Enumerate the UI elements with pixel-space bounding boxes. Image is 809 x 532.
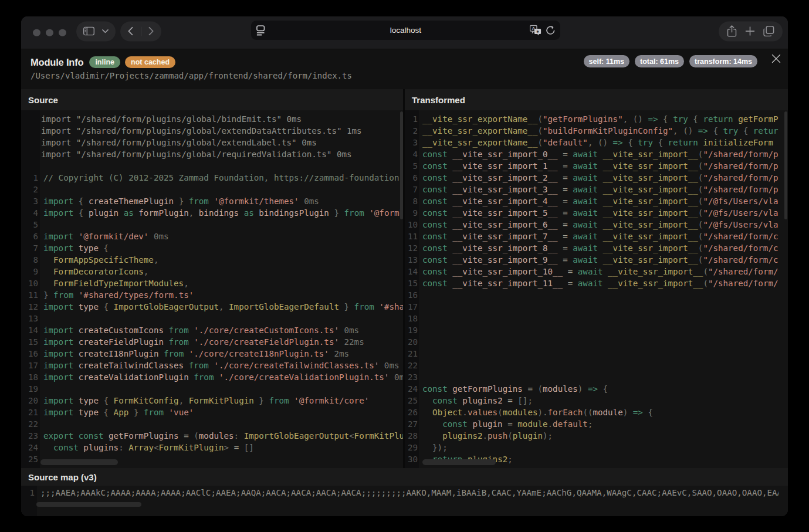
line-number: 3 [405, 137, 419, 148]
transformed-horizontal-scrollbar[interactable] [422, 459, 496, 465]
code-line: 7const __vite_ssr_import_3__ = await __v… [405, 184, 788, 195]
sourcemap-horizontal-scrollbar[interactable] [36, 502, 141, 507]
line-number: 6 [21, 231, 40, 242]
line-content: import "/shared/form/plugins/global/bind… [40, 113, 403, 125]
line-number: 30 [405, 453, 419, 465]
sourcemap-code-view[interactable]: 1;;;AAEA;AAAkC;AAAA;AAAA;AAAA;AAClC;AAEA… [21, 486, 788, 516]
line-number: 17 [405, 301, 419, 313]
code-line: 9 FormDecoratorIcons, [21, 266, 403, 277]
window-minimize-button[interactable] [46, 29, 53, 36]
line-number: 26 [405, 406, 419, 418]
line-content: const __vite_ssr_import_1__ = await __vi… [419, 160, 778, 172]
window-close-button[interactable] [33, 29, 40, 36]
transformed-panel-header: Transformed [405, 89, 788, 110]
line-number: 5 [405, 160, 419, 172]
line-number: 15 [21, 336, 40, 348]
code-line: import "/shared/form/plugins/global/requ… [21, 148, 403, 160]
code-line: 5 [21, 219, 403, 231]
line-number: 18 [405, 313, 419, 324]
line-number [21, 148, 40, 160]
line-number: 20 [405, 336, 419, 348]
window-zoom-button[interactable] [59, 29, 66, 36]
code-line: 24const getFormPlugins = (modules) => { [405, 383, 788, 395]
line-content [40, 313, 403, 324]
line-number: 19 [405, 324, 419, 336]
line-number [21, 137, 40, 148]
code-line: 27 const plugin = module.default; [405, 418, 788, 430]
code-line: 13 [21, 313, 403, 324]
line-content: const plugins2 = []; [419, 395, 778, 406]
line-number: 8 [21, 254, 40, 266]
share-icon[interactable] [727, 25, 737, 38]
line-number: 20 [21, 395, 40, 406]
line-number: 4 [405, 148, 419, 160]
code-line: 6import '@formkit/dev' 0ms [21, 231, 403, 242]
line-content: import '@formkit/dev' 0ms [40, 231, 403, 242]
tab-overview-icon[interactable] [763, 26, 774, 37]
forward-button[interactable] [148, 27, 154, 36]
new-tab-icon[interactable] [745, 26, 755, 36]
line-number: 11 [405, 231, 419, 242]
line-number: 1 [21, 172, 40, 184]
line-content [40, 418, 403, 430]
line-number: 18 [21, 371, 40, 383]
line-content: const __vite_ssr_import_3__ = await __vi… [419, 184, 778, 195]
line-content: const __vite_ssr_import_11__ = await __v… [419, 277, 778, 289]
transformed-vertical-scrollbar[interactable] [784, 111, 787, 219]
sidebar-chevron-down-icon[interactable] [102, 29, 109, 33]
code-line: 3__vite_ssr_exportName__("default", () =… [405, 137, 788, 148]
line-content: const __vite_ssr_import_2__ = await __vi… [419, 172, 778, 184]
translate-icon[interactable]: A ⁎ [530, 25, 541, 36]
metric-badge: transform: 14ms [689, 55, 757, 67]
line-number: 22 [21, 418, 40, 430]
line-content [419, 371, 778, 383]
close-button[interactable] [771, 53, 781, 64]
line-number: 24 [21, 442, 40, 453]
code-line: 3import { createThemePlugin } from '@for… [21, 195, 403, 207]
line-content: import { createThemePlugin } from '@form… [40, 195, 403, 207]
address-bar[interactable]: localhost A ⁎ [251, 21, 560, 40]
sourcemap-header: Source map (v3) [21, 468, 788, 486]
line-number: 19 [21, 383, 40, 395]
code-line: 8const __vite_ssr_import_4__ = await __v… [405, 195, 788, 207]
back-button[interactable] [128, 27, 133, 36]
source-vertical-scrollbar[interactable] [400, 111, 403, 219]
line-content: __vite_ssr_exportName__("default", () =>… [419, 137, 778, 148]
source-code-view[interactable]: import "/shared/form/plugins/global/bind… [21, 110, 403, 468]
reload-icon[interactable] [546, 25, 556, 36]
code-line: 5const __vite_ssr_import_1__ = await __v… [405, 160, 788, 172]
sidebar-icon[interactable] [83, 27, 94, 36]
line-number: 16 [21, 348, 40, 360]
code-line: 13const __vite_ssr_import_9__ = await __… [405, 254, 788, 266]
code-line: 24 const plugins: Array<FormKitPlugin> =… [21, 442, 403, 453]
code-line: 26 Object.values(modules).forEach((modul… [405, 406, 788, 418]
code-line: 25 const plugins2 = []; [405, 395, 788, 406]
line-number: 25 [405, 395, 419, 406]
code-line: 18 [405, 313, 788, 324]
code-line: 19 [405, 324, 788, 336]
source-horizontal-scrollbar[interactable] [40, 459, 118, 465]
line-content [419, 313, 778, 324]
code-line: 20 [405, 336, 788, 348]
line-number: 4 [21, 207, 40, 219]
code-line [21, 160, 403, 172]
line-number: 13 [21, 313, 40, 324]
line-content: const getFormPlugins = (modules) => { [419, 383, 778, 395]
timing-metrics: self: 11mstotal: 61mstransform: 14ms [584, 55, 757, 67]
line-content: import createTailwindClasses from './cor… [40, 360, 403, 371]
line-number: 6 [405, 172, 419, 184]
code-line: 2 [21, 184, 403, 195]
code-line: 16import createI18nPlugin from './core/c… [21, 348, 403, 360]
line-content [419, 336, 778, 348]
line-content [40, 184, 403, 195]
transformed-panel-title: Transformed [405, 95, 465, 105]
code-line: 7import type { [21, 242, 403, 254]
line-content: const __vite_ssr_import_6__ = await __vi… [419, 219, 778, 231]
code-line: 9const __vite_ssr_import_5__ = await __v… [405, 207, 788, 219]
line-number: 24 [405, 383, 419, 395]
code-line: 28 plugins2.push(plugin); [405, 430, 788, 442]
line-content: plugins2.push(plugin); [419, 430, 778, 442]
source-panel-title: Source [21, 95, 58, 105]
transformed-code-view[interactable]: 1__vite_ssr_exportName__("getFormPlugins… [405, 110, 788, 468]
code-line: 2__vite_ssr_exportName__("buildFormKitPl… [405, 125, 788, 137]
